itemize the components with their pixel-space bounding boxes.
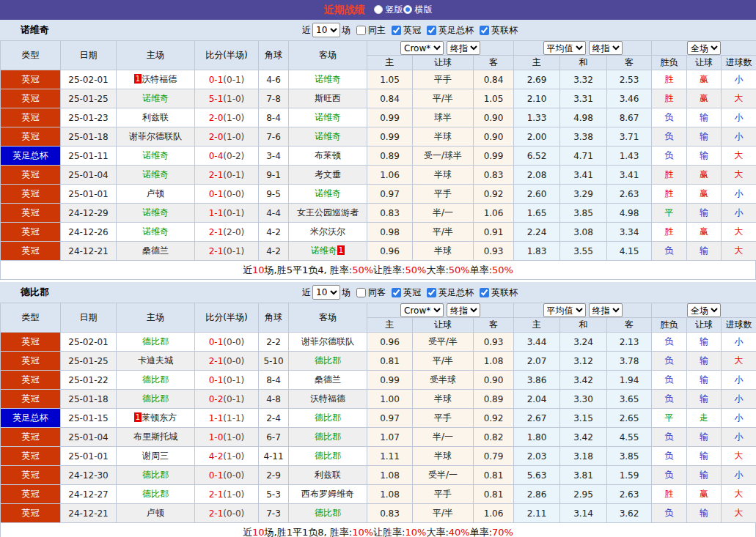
result-handicap: 走 bbox=[687, 409, 722, 428]
avg-home-odds: 2.07 bbox=[514, 352, 560, 371]
corner-cell: 7-3 bbox=[259, 504, 289, 523]
scope-select[interactable]: 全场 bbox=[687, 41, 721, 55]
column-header: 日期 bbox=[61, 303, 117, 333]
date-cell: 25-01-25 bbox=[61, 352, 117, 371]
corner-cell: 7-6 bbox=[259, 127, 289, 147]
odds-company-select[interactable]: Crow* bbox=[400, 41, 444, 55]
layout-radio-option[interactable]: 横版 bbox=[403, 4, 433, 16]
same-venue-checkbox[interactable] bbox=[356, 26, 366, 35]
handicap-line: 平/半 bbox=[413, 352, 474, 371]
handicap-away-odds: 0.84 bbox=[474, 70, 514, 89]
summary-segment: 10% bbox=[352, 527, 373, 537]
away-team-name: 布莱顿 bbox=[315, 150, 341, 160]
league-filter-checkbox[interactable] bbox=[392, 26, 401, 35]
result-outcome: 负 bbox=[652, 333, 687, 352]
team-section: 德比郡近10场同客英冠英足总杯英联杯类型日期主场比分(半场)角球客场Crow*终… bbox=[0, 282, 756, 537]
recent-count-select[interactable]: 10 bbox=[312, 285, 340, 300]
avg-draw-odds: 3.32 bbox=[560, 70, 607, 89]
home-team-name: 桑德兰 bbox=[142, 245, 169, 256]
competition-type-cell: 英冠 bbox=[1, 127, 61, 147]
handicap-line: 半/一 bbox=[413, 204, 474, 223]
corner-cell: 5-3 bbox=[259, 485, 289, 504]
fulltime-score: 2-1 bbox=[209, 227, 224, 237]
fulltime-score: 1-0 bbox=[209, 432, 224, 442]
average-select[interactable]: 平均值 bbox=[543, 303, 586, 317]
handicap-away-odds: 1.05 bbox=[474, 89, 514, 108]
away-team-cell: 诺维奇 bbox=[289, 108, 367, 127]
group-header: Crow*终指 bbox=[367, 303, 514, 318]
handicap-home-odds: 0.96 bbox=[367, 333, 413, 352]
home-team-name: 德比郡 bbox=[142, 393, 169, 404]
fulltime-score: 2-1 bbox=[209, 170, 224, 180]
result-handicap: 输 bbox=[687, 108, 722, 127]
handicap-home-odds: 1.08 bbox=[367, 466, 413, 485]
score-cell: 2-1(0-1) bbox=[195, 166, 259, 185]
halftime-score: (0-1) bbox=[223, 208, 244, 218]
summary-segment: 50% bbox=[449, 264, 470, 275]
sub-column-header: 让球 bbox=[413, 56, 474, 70]
near-label: 近 bbox=[302, 24, 311, 37]
result-handicap: 赢 bbox=[687, 166, 722, 185]
column-header: 角球 bbox=[259, 303, 289, 333]
recent-count-select[interactable]: 10 bbox=[312, 23, 340, 37]
final-odds-select[interactable]: 终指 bbox=[589, 303, 623, 317]
result-handicap: 输 bbox=[687, 428, 722, 447]
final-odds-select[interactable]: 终指 bbox=[447, 41, 480, 55]
handicap-home-odds: 0.98 bbox=[367, 223, 413, 242]
fulltime-score: 2-1 bbox=[209, 246, 224, 256]
avg-away-odds: 1.94 bbox=[607, 371, 652, 390]
handicap-line: 平手 bbox=[413, 485, 474, 504]
result-outcome: 负 bbox=[652, 127, 687, 147]
league-filter-checkbox[interactable] bbox=[427, 288, 436, 297]
column-header: 日期 bbox=[61, 41, 117, 70]
scope-select[interactable]: 全场 bbox=[687, 303, 721, 317]
avg-home-odds: 2.11 bbox=[514, 504, 560, 523]
away-team-cell: 沃特福德 bbox=[289, 390, 367, 409]
league-filter-checkbox[interactable] bbox=[480, 26, 489, 35]
avg-away-odds: 4.15 bbox=[607, 242, 652, 261]
competition-type-cell: 英冠 bbox=[1, 466, 61, 485]
avg-home-odds: 5.63 bbox=[514, 466, 560, 485]
handicap-away-odds: 0.90 bbox=[474, 371, 514, 390]
avg-draw-odds: 3.18 bbox=[560, 447, 607, 466]
final-odds-select[interactable]: 终指 bbox=[589, 41, 623, 55]
handicap-away-odds: 0.79 bbox=[474, 447, 514, 466]
league-filter-checkbox[interactable] bbox=[427, 26, 436, 35]
halftime-score: (0-0) bbox=[223, 189, 244, 199]
fulltime-score: 2-1 bbox=[209, 489, 224, 500]
away-team-name: 利兹联 bbox=[315, 470, 341, 480]
summary-segment: 场,胜5平1负4, 胜率: bbox=[265, 264, 353, 277]
result-outcome: 负 bbox=[652, 242, 687, 261]
fulltime-score: 0-1 bbox=[209, 337, 224, 347]
filter-controls: 近10场同主英冠英足总杯英联杯 bbox=[302, 20, 518, 40]
result-handicap: 赢 bbox=[687, 185, 722, 204]
radio-icon[interactable] bbox=[403, 5, 412, 14]
layout-radio-option[interactable]: 竖版 bbox=[374, 4, 403, 16]
matches-label: 场 bbox=[342, 286, 351, 299]
league-filter-checkbox[interactable] bbox=[392, 288, 401, 297]
result-goals: 小 bbox=[722, 185, 756, 204]
radio-label: 横版 bbox=[415, 4, 433, 16]
halftime-score: (0-1) bbox=[223, 375, 244, 385]
away-team-name: 诺维奇 bbox=[315, 112, 341, 122]
final-odds-select[interactable]: 终指 bbox=[447, 303, 480, 317]
radio-icon[interactable] bbox=[374, 5, 383, 14]
home-team-name: 德比郡 bbox=[142, 336, 169, 347]
avg-home-odds: 6.52 bbox=[514, 147, 560, 166]
avg-draw-odds: 3.14 bbox=[560, 504, 607, 523]
home-team-name: 卢顿 bbox=[147, 188, 164, 199]
same-venue-checkbox[interactable] bbox=[356, 288, 366, 297]
result-outcome: 负 bbox=[652, 447, 687, 466]
average-select[interactable]: 平均值 bbox=[543, 41, 586, 55]
score-cell: 2-1(1-0) bbox=[195, 485, 259, 504]
odds-company-select[interactable]: Crow* bbox=[400, 303, 444, 317]
fulltime-score: 0-4 bbox=[209, 151, 224, 161]
league-filter-checkbox[interactable] bbox=[480, 288, 489, 297]
summary-segment: 单率: bbox=[470, 526, 492, 537]
handicap-away-odds: 0.92 bbox=[474, 185, 514, 204]
corner-cell: 9-5 bbox=[259, 185, 289, 204]
league-filter-label: 英足总杯 bbox=[438, 24, 474, 37]
fulltime-score: 5-1 bbox=[209, 94, 224, 104]
result-handicap: 输 bbox=[687, 204, 722, 223]
avg-home-odds: 1.33 bbox=[514, 108, 560, 127]
